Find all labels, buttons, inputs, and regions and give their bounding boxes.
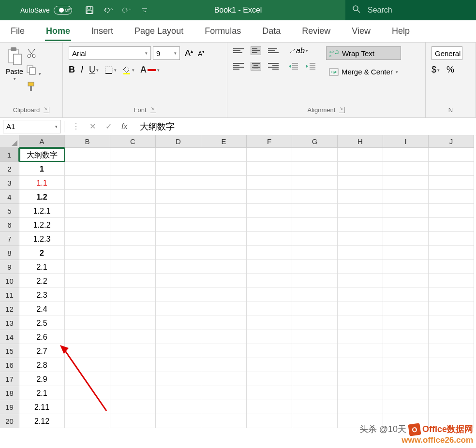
cell[interactable] — [247, 246, 292, 260]
cell[interactable] — [429, 330, 474, 344]
cell[interactable] — [201, 344, 247, 358]
cell[interactable] — [247, 176, 292, 190]
cell[interactable] — [338, 204, 383, 218]
cell[interactable] — [110, 372, 156, 386]
cell[interactable] — [201, 330, 247, 344]
row-header[interactable]: 12 — [0, 302, 19, 316]
cell[interactable] — [156, 204, 201, 218]
cell[interactable] — [247, 274, 292, 288]
row-header[interactable]: 10 — [0, 274, 19, 288]
cell[interactable] — [156, 260, 201, 274]
cell[interactable] — [383, 372, 429, 386]
cell[interactable] — [292, 162, 338, 176]
cell[interactable] — [247, 316, 292, 330]
cell[interactable] — [65, 302, 110, 316]
cell[interactable] — [65, 372, 110, 386]
cell[interactable] — [292, 246, 338, 260]
cell[interactable] — [65, 386, 110, 400]
cell[interactable] — [110, 344, 156, 358]
cell[interactable] — [383, 176, 429, 190]
fill-color-button[interactable]: ▾ — [122, 66, 134, 74]
cell[interactable] — [201, 246, 247, 260]
cell[interactable] — [247, 190, 292, 204]
cell[interactable] — [201, 288, 247, 302]
column-header[interactable]: H — [338, 135, 383, 148]
cell[interactable] — [292, 372, 338, 386]
align-left-icon[interactable] — [233, 62, 244, 71]
cell[interactable] — [383, 204, 429, 218]
font-size-select[interactable]: 9▾ — [153, 46, 180, 60]
row-header[interactable]: 8 — [0, 246, 19, 260]
font-color-button[interactable]: A▾ — [140, 65, 160, 75]
tab-home[interactable]: Home — [45, 21, 71, 41]
increase-font-icon[interactable]: A▴ — [185, 48, 193, 58]
cell[interactable] — [156, 190, 201, 204]
cell[interactable] — [338, 316, 383, 330]
italic-button[interactable]: I — [81, 65, 83, 75]
cell[interactable] — [110, 316, 156, 330]
cell[interactable] — [429, 218, 474, 232]
cell[interactable] — [338, 372, 383, 386]
fx-icon[interactable]: fx — [121, 122, 127, 131]
cell[interactable] — [247, 386, 292, 400]
font-launcher-icon[interactable] — [150, 107, 156, 113]
cell[interactable] — [65, 316, 110, 330]
cell[interactable] — [247, 400, 292, 414]
cell[interactable] — [201, 358, 247, 372]
cell[interactable]: 2.4 — [19, 302, 65, 316]
cell[interactable] — [65, 274, 110, 288]
row-header[interactable]: 20 — [0, 414, 19, 428]
row-header[interactable]: 11 — [0, 288, 19, 302]
cancel-icon[interactable]: ✕ — [89, 122, 96, 131]
row-header[interactable]: 13 — [0, 316, 19, 330]
row-header[interactable]: 16 — [0, 358, 19, 372]
cell[interactable] — [292, 330, 338, 344]
cell[interactable] — [201, 316, 247, 330]
cell[interactable] — [338, 274, 383, 288]
cell[interactable]: 2.2 — [19, 274, 65, 288]
cell[interactable]: 2.11 — [19, 400, 65, 414]
align-bottom-icon[interactable] — [268, 46, 279, 55]
cell[interactable] — [110, 302, 156, 316]
row-header[interactable]: 18 — [0, 386, 19, 400]
cell[interactable] — [110, 218, 156, 232]
cell[interactable] — [110, 288, 156, 302]
row-header[interactable]: 6 — [0, 218, 19, 232]
cell[interactable] — [110, 386, 156, 400]
cell[interactable] — [110, 358, 156, 372]
cell[interactable] — [383, 400, 429, 414]
alignment-launcher-icon[interactable] — [339, 107, 345, 113]
enter-icon[interactable]: ✓ — [105, 122, 112, 131]
cell[interactable] — [292, 414, 338, 428]
cell[interactable] — [110, 204, 156, 218]
cell[interactable]: 1.1 — [19, 176, 65, 190]
cell[interactable] — [247, 162, 292, 176]
cell[interactable] — [429, 204, 474, 218]
merge-center-button[interactable]: a Merge & Center ▾ — [326, 66, 401, 78]
cell[interactable] — [338, 330, 383, 344]
cell[interactable] — [338, 344, 383, 358]
orientation-button[interactable]: ⟋ab▾ — [288, 46, 308, 55]
cell[interactable]: 1.2.1 — [19, 204, 65, 218]
cell[interactable] — [338, 218, 383, 232]
row-header[interactable]: 7 — [0, 232, 19, 246]
row-header[interactable]: 5 — [0, 204, 19, 218]
cell[interactable] — [65, 260, 110, 274]
row-header[interactable]: 19 — [0, 400, 19, 414]
cell[interactable] — [201, 204, 247, 218]
cell[interactable] — [292, 218, 338, 232]
cell[interactable]: 1 — [19, 162, 65, 176]
underline-button[interactable]: U▾ — [89, 65, 99, 75]
cell[interactable] — [383, 302, 429, 316]
cell[interactable] — [201, 400, 247, 414]
cell[interactable] — [338, 190, 383, 204]
cell[interactable] — [292, 204, 338, 218]
cell[interactable] — [338, 148, 383, 162]
cell[interactable]: 2.5 — [19, 316, 65, 330]
decrease-font-icon[interactable]: A▾ — [198, 49, 205, 58]
align-middle-icon[interactable] — [251, 46, 261, 55]
cell[interactable] — [201, 148, 247, 162]
cell[interactable] — [383, 232, 429, 246]
cell[interactable] — [383, 246, 429, 260]
row-header[interactable]: 14 — [0, 330, 19, 344]
